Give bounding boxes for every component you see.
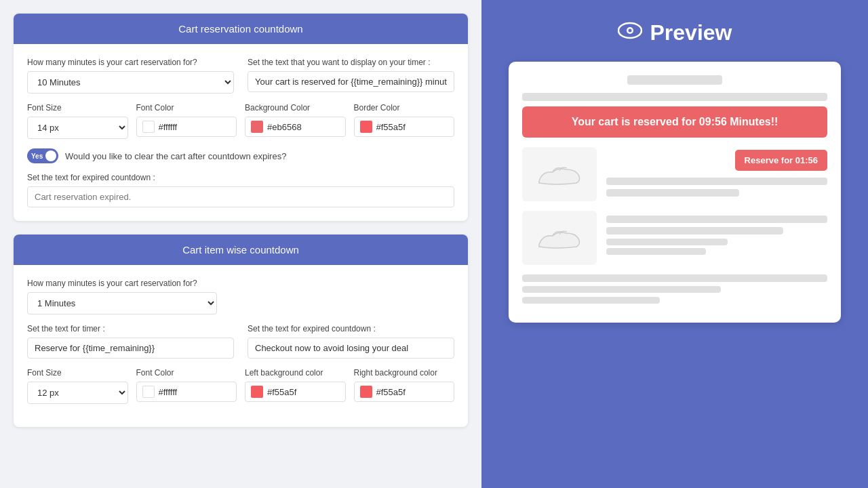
font-color-group-2: Font Color	[136, 368, 237, 404]
font-size-select-1[interactable]: 14 px 12 px 16 px	[27, 117, 128, 139]
product-info-2	[606, 216, 827, 260]
bg-color-field-1[interactable]	[245, 117, 346, 137]
cart-reservation-body: How many minutes is your cart reservatio…	[14, 44, 468, 221]
border-color-group-1: Border Color	[354, 103, 455, 139]
bottom-bars	[522, 274, 827, 304]
reservation-banner: Your cart is reserved for 09:56 Minutes!…	[522, 106, 827, 138]
timer-text-label: Set the text that you want to display on…	[248, 58, 454, 67]
right-bg-field[interactable]	[354, 382, 455, 402]
cart-reservation-header: Cart reservation countdown	[14, 14, 468, 44]
minutes-group: How many minutes is your cart reservatio…	[27, 58, 234, 94]
product-image-1	[522, 147, 597, 201]
cart-reservation-card: Cart reservation countdown How many minu…	[14, 14, 468, 221]
minutes-select-2[interactable]: 1 Minutes 5 Minutes 10 Minutes	[27, 292, 217, 314]
left-bg-field[interactable]	[245, 382, 346, 402]
product-bar-1a	[606, 178, 827, 185]
preview-card: Your cart is reserved for 09:56 Minutes!…	[509, 62, 841, 323]
bg-color-input-1[interactable]	[267, 122, 315, 132]
expired-text-input-2[interactable]	[248, 338, 454, 359]
product-row-2	[522, 211, 827, 265]
left-panel: Cart reservation countdown How many minu…	[0, 0, 481, 488]
font-size-label-1: Font Size	[27, 103, 128, 113]
cart-reservation-title: Cart reservation countdown	[178, 23, 302, 35]
product-bar-2d	[606, 248, 706, 255]
preview-title-row: Preview	[618, 20, 732, 45]
cart-item-card: Cart item wise countdown How many minute…	[14, 235, 468, 427]
eye-icon	[618, 21, 642, 45]
product-bar-2a	[606, 216, 827, 223]
bg-color-swatch-1	[251, 121, 263, 133]
font-color-field-2[interactable]	[136, 382, 237, 402]
expired-text-group: Set the text for expired countdown :	[27, 173, 454, 207]
cart-item-body: How many minutes is your cart reservatio…	[14, 265, 468, 427]
product-info-1: Reserve for 01:56	[606, 150, 827, 199]
preview-desc-bar	[522, 93, 827, 101]
bottom-bar-2	[522, 286, 721, 293]
font-color-swatch-1	[142, 121, 155, 133]
product-image-2	[522, 211, 597, 265]
right-bg-group: Right background color	[354, 368, 455, 404]
timer-text-group: Set the text that you want to display on…	[248, 58, 454, 94]
preview-title-bar	[627, 75, 722, 85]
bottom-bar-1	[522, 274, 827, 282]
font-color-label-2: Font Color	[136, 368, 237, 378]
toggle-circle	[45, 150, 56, 161]
reservation-banner-text: Your cart is reserved for 09:56 Minutes!…	[572, 116, 778, 127]
font-size-group-1: Font Size 14 px 12 px 16 px	[27, 103, 128, 139]
bottom-bar-3	[522, 297, 660, 304]
left-bg-label: Left background color	[245, 368, 346, 378]
expired-label: Set the text for expired countdown :	[27, 173, 454, 182]
font-color-input-1[interactable]	[159, 122, 206, 132]
bg-color-group-1: Background Color	[245, 103, 346, 139]
border-color-swatch-1	[360, 121, 372, 133]
expired-input[interactable]	[27, 186, 454, 207]
font-size-group-2: Font Size 12 px 14 px 16 px	[27, 368, 128, 404]
font-color-field-1[interactable]	[136, 117, 237, 137]
product-row-1: Reserve for 01:56	[522, 147, 827, 201]
minutes-group-2: How many minutes is your cart reservatio…	[27, 279, 217, 314]
product-bar-2b	[606, 227, 783, 235]
clear-cart-toggle[interactable]: Yes	[27, 148, 58, 163]
cart-item-header: Cart item wise countdown	[14, 235, 468, 265]
right-bg-swatch	[360, 386, 372, 398]
preview-label: Preview	[650, 20, 732, 45]
border-color-label-1: Border Color	[354, 103, 455, 113]
left-bg-swatch	[251, 386, 263, 398]
border-color-field-1[interactable]	[354, 117, 455, 137]
svg-point-2	[628, 29, 631, 33]
timer-text-input-2[interactable]	[27, 338, 234, 359]
toggle-yes-label: Yes	[31, 152, 43, 160]
left-bg-group: Left background color	[245, 368, 346, 404]
reserve-button-1[interactable]: Reserve for 01:56	[735, 150, 827, 171]
right-panel: Preview Your cart is reserved for 09:56 …	[481, 0, 868, 488]
font-size-select-2[interactable]: 12 px 14 px 16 px	[27, 382, 128, 404]
left-bg-input[interactable]	[267, 387, 315, 397]
font-color-label-1: Font Color	[136, 103, 237, 113]
product-bar-2c	[606, 239, 728, 245]
timer-text-label-2: Set the text for timer :	[27, 324, 234, 333]
toggle-description: Would you like to clear the cart after c…	[65, 151, 286, 161]
product-bar-1b	[606, 189, 739, 197]
timer-text-group-2: Set the text for timer :	[27, 324, 234, 359]
bg-color-label-1: Background Color	[245, 103, 346, 113]
toggle-row: Yes Would you like to clear the cart aft…	[27, 148, 454, 163]
minutes-label: How many minutes is your cart reservatio…	[27, 58, 234, 67]
expired-text-group-2: Set the text for expired countdown :	[248, 324, 454, 359]
right-bg-input[interactable]	[376, 387, 424, 397]
font-color-swatch-2	[142, 386, 155, 398]
minutes-select[interactable]: 10 Minutes 5 Minutes 15 Minutes	[27, 71, 234, 94]
right-bg-label: Right background color	[354, 368, 455, 378]
cart-item-title: Cart item wise countdown	[182, 244, 299, 256]
expired-text-label-2: Set the text for expired countdown :	[248, 324, 454, 333]
minutes-label-2: How many minutes is your cart reservatio…	[27, 279, 217, 288]
border-color-input-1[interactable]	[376, 122, 424, 132]
timer-text-input[interactable]	[248, 71, 454, 92]
font-color-group-1: Font Color	[136, 103, 237, 139]
font-color-input-2[interactable]	[159, 387, 206, 397]
font-size-label-2: Font Size	[27, 368, 128, 378]
